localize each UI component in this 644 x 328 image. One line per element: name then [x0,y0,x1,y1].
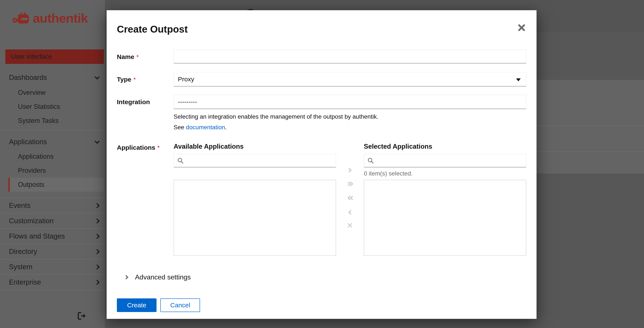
chevron-down-icon [94,74,100,79]
sidebar-group-dashboards[interactable]: Dashboards [0,71,105,84]
sidebar-item-enterprise[interactable]: Enterprise [0,275,105,290]
search-icon [367,157,374,164]
app-root: </> 1 - 1 of 1 Actions [0,0,644,328]
available-search-input[interactable] [184,157,333,164]
sidebar-item-flows-and-stages[interactable]: Flows and Stages [0,229,105,244]
sidebar-item-label: System [9,263,32,271]
sidebar-item-label: User interface [11,53,52,60]
name-input[interactable] [174,49,526,63]
cancel-button[interactable]: Cancel [160,298,200,312]
sidebar-item-label: Customization [9,217,54,225]
sidebar-item-user-statistics[interactable]: User Statistics [0,100,105,114]
chevron-right-icon [94,280,100,285]
available-applications-header: Available Applications [174,143,336,154]
chevron-right-icon [94,249,100,254]
remove-all-button[interactable]: « [344,192,356,203]
caret-down-icon [516,78,521,81]
sidebar-item-system[interactable]: System [0,259,105,274]
create-outpost-form: Name* Type* Proxy Integration --------- [117,49,526,312]
sidebar-item-label: System Tasks [18,117,59,125]
advanced-settings-expander[interactable]: Advanced settings [124,272,526,282]
selected-count-text: 0 item(s) selected. [364,167,526,180]
required-asterisk: * [157,145,160,151]
selected-applications-listbox[interactable] [364,180,526,256]
sidebar-item-label: Events [9,201,30,210]
authentik-logo-wordmark: authentik [33,11,88,25]
selected-applications-header: Selected Applications [364,143,526,154]
applications-label: Applications* [117,143,174,256]
modal-footer: Create Cancel [117,298,526,312]
sidebar: authentik User interface Dashboards Over… [0,0,105,328]
clear-selection-button[interactable]: ✕ [344,220,356,231]
sidebar-divider [0,130,105,130]
required-asterisk: * [134,76,136,83]
sidebar-item-overview[interactable]: Overview [0,86,105,100]
selected-search-input[interactable] [374,157,523,164]
type-select-value: Proxy [178,76,194,83]
add-selected-button[interactable]: › [344,164,356,175]
sidebar-item-label: Applications [18,153,54,160]
selected-pane: Selected Applications 0 item(s) selected… [364,143,526,256]
name-label: Name* [117,49,174,63]
integration-help-text: Selecting an integration enables the man… [174,113,526,121]
sidebar-group-label: Applications [9,138,47,146]
sidebar-item-applications[interactable]: Applications [0,150,105,164]
selected-search [364,154,526,167]
type-label: Type* [117,72,174,86]
integration-field-row: Integration --------- Selecting an integ… [117,95,526,131]
sidebar-item-outposts[interactable]: Outposts [8,178,104,192]
name-field-row: Name* [117,49,526,63]
chevron-right-icon [94,203,100,208]
remove-selected-button[interactable]: ‹ [344,206,356,217]
sidebar-item-label: Providers [18,167,46,174]
sidebar-group-applications[interactable]: Applications [0,135,105,149]
sidebar-item-directory[interactable]: Directory [0,244,105,259]
sidebar-item-system-tasks[interactable]: System Tasks [0,114,105,128]
chevron-right-icon [124,275,128,279]
required-asterisk: * [136,54,139,60]
sidebar-item-customization[interactable]: Customization [0,213,105,228]
documentation-link[interactable]: documentation [186,124,225,131]
sidebar-item-label: Enterprise [9,278,41,286]
type-field-row: Type* Proxy [117,72,526,86]
integration-select[interactable]: --------- [174,95,526,109]
chevron-down-icon [94,139,100,144]
sidebar-item-label: Flows and Stages [9,232,65,240]
search-icon [177,157,184,164]
sidebar-group-label: Dashboards [9,73,47,82]
sidebar-item-label: User Statistics [18,103,60,111]
integration-help-line2: See documentation. [174,124,526,131]
modal-title: Create Outpost [117,23,188,35]
sidebar-item-label: Overview [18,89,46,97]
integration-select-value: --------- [178,98,197,105]
available-applications-listbox[interactable] [174,180,336,256]
sidebar-item-providers[interactable]: Providers [0,164,105,178]
close-icon[interactable] [515,21,528,34]
sidebar-item-label: Directory [9,247,37,256]
add-all-button[interactable]: » [344,178,356,189]
sidebar-item-events[interactable]: Events [0,198,105,213]
transfer-controls: › » « ‹ ✕ [336,143,364,256]
applications-field-row: Applications* Available Applications › [117,143,526,256]
create-outpost-modal: Create Outpost Name* Type* Proxy [106,10,536,319]
authentik-logo[interactable]: authentik [12,10,88,26]
sign-out-icon[interactable] [77,311,86,321]
dual-list-selector: Available Applications › » « ‹ ✕ [174,143,526,256]
chevron-right-icon [94,234,100,239]
chevron-right-icon [94,264,100,269]
chevron-right-icon [94,218,100,223]
create-button[interactable]: Create [117,298,156,312]
available-search [174,154,336,167]
sidebar-item-user-interface[interactable]: User interface [5,49,104,64]
integration-label: Integration [117,95,174,131]
type-select[interactable]: Proxy [174,72,526,86]
sidebar-divider [0,290,105,290]
available-pane: Available Applications [174,143,336,256]
authentik-logo-icon [12,10,31,26]
advanced-settings-label: Advanced settings [135,273,191,281]
sidebar-item-label: Outposts [18,181,44,188]
